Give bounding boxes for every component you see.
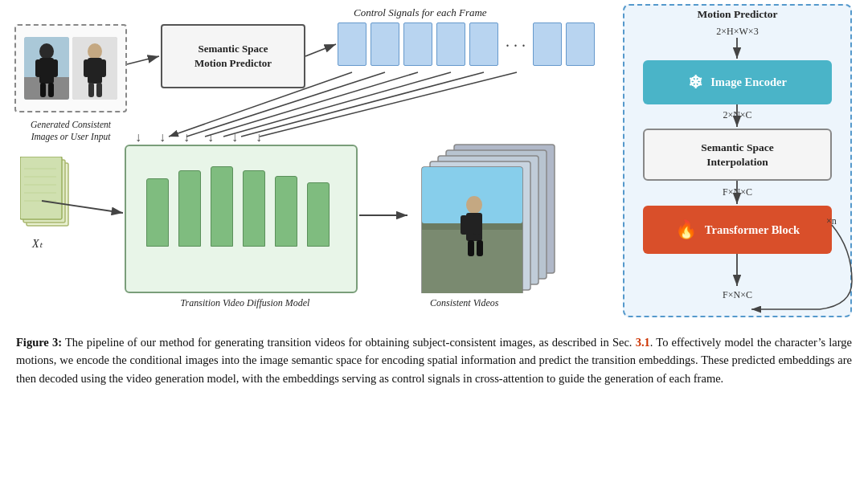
caption-text1: The pipeline of our method for generatin… xyxy=(62,336,636,349)
mp-dim-mid2: F×N×C xyxy=(623,186,852,198)
mp-image-encoder-box: ❄ Image Encoder xyxy=(643,60,832,104)
tvdm-bar-1 xyxy=(146,178,169,247)
tvdm-box xyxy=(125,145,358,293)
xt-label: Xₜ xyxy=(32,237,43,251)
ctrl-frame-6 xyxy=(533,22,562,66)
tvdm-bars xyxy=(126,146,356,263)
svg-line-41 xyxy=(305,44,336,56)
mp-dim-top: 2×H×W×3 xyxy=(623,26,852,38)
svg-rect-35 xyxy=(468,240,474,256)
xn-label: ×n xyxy=(826,215,852,227)
svg-line-40 xyxy=(127,56,159,64)
down-arrows: ↓ ↓ ↓ ↓ ↓ ↓ xyxy=(135,130,262,145)
svg-rect-3 xyxy=(39,58,54,84)
ctrl-frame-2 xyxy=(371,22,399,66)
tvdm-bar-2 xyxy=(178,170,201,247)
svg-rect-12 xyxy=(100,59,106,77)
ctrl-frame-4 xyxy=(436,22,465,66)
svg-point-2 xyxy=(39,43,54,59)
mp-dim-mid1: 2×N×C xyxy=(623,109,852,121)
svg-rect-7 xyxy=(48,83,54,97)
dots: . . . xyxy=(502,32,529,51)
flame-icon: 🔥 xyxy=(675,219,697,240)
caption-area: Figure 3: The pipeline of our method for… xyxy=(16,333,852,387)
svg-rect-4 xyxy=(35,59,41,77)
control-signals-label: Control Signals for each Frame xyxy=(354,6,487,19)
svg-rect-11 xyxy=(84,59,89,77)
down-arrow-2: ↓ xyxy=(159,130,166,145)
svg-rect-14 xyxy=(96,83,102,97)
svg-point-9 xyxy=(88,43,102,59)
mp-dim-bottom: F×N×C xyxy=(623,289,852,301)
svg-point-31 xyxy=(466,196,482,214)
tvdm-bar-3 xyxy=(211,166,233,247)
down-arrow-3: ↓ xyxy=(183,130,190,145)
svg-rect-17 xyxy=(20,157,62,219)
down-arrow-6: ↓ xyxy=(256,130,262,145)
svg-rect-5 xyxy=(52,59,58,77)
xt-box xyxy=(20,157,76,233)
down-arrow-4: ↓ xyxy=(207,130,214,145)
svg-rect-13 xyxy=(88,83,94,97)
person-image-2 xyxy=(72,37,117,100)
ctrl-frame-1 xyxy=(338,22,366,66)
ssmp-box: Semantic Space Motion Predictor xyxy=(161,24,305,88)
tvdm-label: Transition Video Diffusion Model xyxy=(149,297,342,309)
person-image-1 xyxy=(24,37,69,100)
down-arrow-5: ↓ xyxy=(231,130,238,145)
svg-rect-34 xyxy=(473,215,481,235)
mp-transformer-box: 🔥 Transformer Block xyxy=(643,206,832,254)
consistent-videos xyxy=(410,141,567,293)
svg-rect-6 xyxy=(40,83,46,97)
tvdm-bar-5 xyxy=(275,176,297,247)
down-arrow-1: ↓ xyxy=(135,130,141,145)
diagram-area: Generated Consistent Images or User Inpu… xyxy=(0,0,868,337)
svg-rect-10 xyxy=(88,58,102,84)
figure-label: Figure 3: xyxy=(16,336,62,349)
tvdm-bar-4 xyxy=(243,170,265,247)
mp-ssi-box: Semantic Space Interpolation xyxy=(643,129,832,181)
svg-rect-36 xyxy=(477,240,483,256)
snowflake-icon: ❄ xyxy=(688,72,702,93)
control-frames: . . . xyxy=(338,22,595,66)
input-images-box xyxy=(14,24,127,112)
ctrl-frame-7 xyxy=(566,22,595,66)
mp-title: Motion Predictor xyxy=(623,8,852,21)
tvdm-bar-6 xyxy=(307,182,330,247)
svg-rect-33 xyxy=(461,215,468,235)
input-images-label: Generated Consistent Images or User Inpu… xyxy=(14,119,127,143)
ctrl-frame-3 xyxy=(403,22,432,66)
sec-ref: 3.1 xyxy=(636,336,650,349)
consistent-videos-label: Consistent Videos xyxy=(430,297,498,309)
ctrl-frame-5 xyxy=(469,22,498,66)
